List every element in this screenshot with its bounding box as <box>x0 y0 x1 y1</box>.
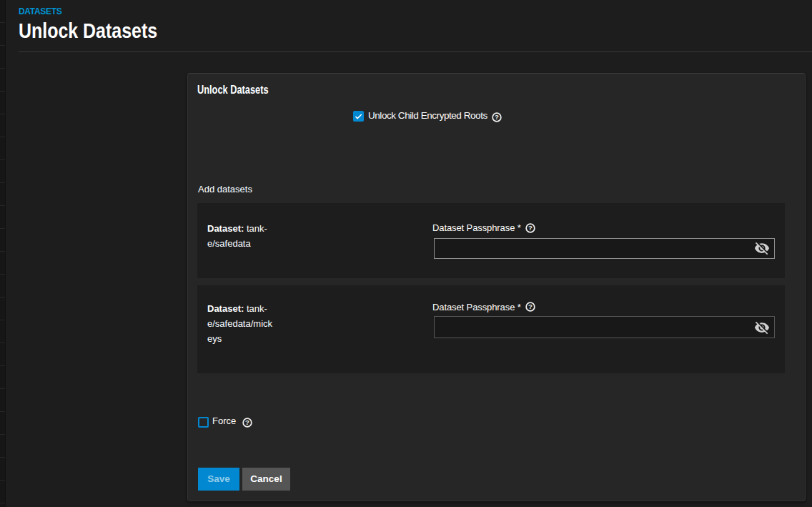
svg-text:?: ? <box>528 224 533 232</box>
svg-text:?: ? <box>245 418 249 426</box>
svg-text:?: ? <box>495 113 499 121</box>
svg-text:?: ? <box>528 302 533 310</box>
